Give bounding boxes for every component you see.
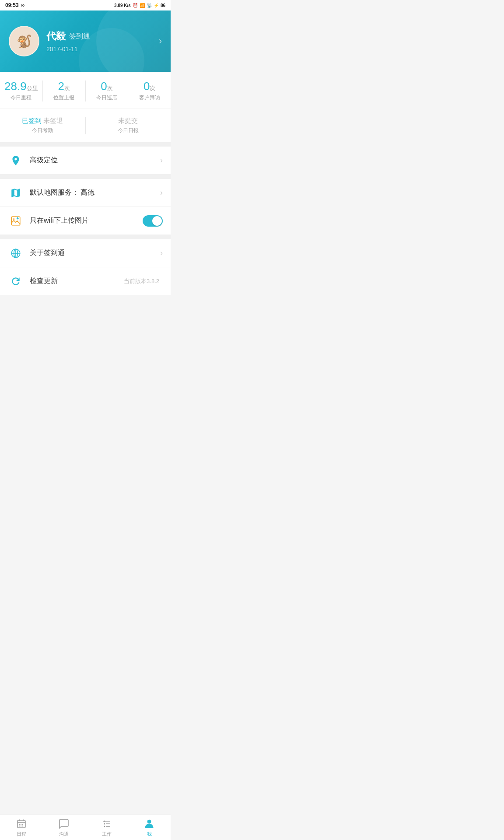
battery-icon: ⚡	[154, 3, 159, 8]
menu-wifi-upload-label: 只在wifi下上传图片	[30, 216, 143, 225]
menu-version-text: 当前版本3.8.2	[124, 277, 159, 285]
user-name: 代毅	[46, 30, 66, 43]
menu-item-map[interactable]: 默认地图服务： 高德 ›	[0, 179, 171, 207]
menu-map-label: 默认地图服务： 高德	[30, 188, 160, 197]
header-chevron-right-icon[interactable]: ›	[159, 35, 162, 47]
svg-rect-0	[11, 217, 20, 225]
menu-location-label: 高级定位	[30, 156, 160, 165]
bottom-padding	[0, 295, 171, 326]
stat-patrol-label: 今日巡店	[96, 94, 117, 102]
menu-section-3: 关于签到通 › 检查更新 当前版本3.8.2	[0, 239, 171, 295]
map-icon	[8, 185, 24, 201]
attendance-section: 已签到 未签退 今日考勤 未提交 今日日报	[0, 109, 171, 142]
report-status-label: 未提交	[118, 117, 138, 124]
stat-visit-label: 客户拜访	[139, 94, 160, 102]
globe-icon	[8, 245, 24, 261]
svg-point-1	[13, 218, 14, 220]
avatar: 🐒	[9, 26, 39, 56]
stat-visit-value: 0次	[144, 80, 155, 92]
stat-location-value: 2次	[58, 80, 70, 92]
stat-visit: 0次 客户拜访	[128, 80, 171, 102]
stat-patrol-unit: 次	[107, 85, 113, 91]
about-chevron-right-icon: ›	[160, 248, 163, 258]
signed-label: 已签到	[22, 117, 42, 124]
header-name-row: 代毅 签到通	[46, 30, 159, 43]
toggle-knob	[152, 216, 162, 226]
menu-item-update[interactable]: 检查更新 当前版本3.8.2	[0, 267, 171, 295]
stat-location-report: 2次 位置上报	[43, 80, 86, 102]
report-label: 今日日报	[118, 127, 139, 134]
section-divider-3	[0, 235, 171, 239]
stat-mileage: 28.9公里 今日里程	[0, 80, 43, 102]
header-info: 代毅 签到通 2017-01-11	[46, 30, 159, 52]
checkin-label: 今日考勤	[32, 127, 53, 134]
wifi-upload-toggle[interactable]	[143, 215, 163, 227]
wifi-upload-toggle-wrap	[143, 215, 163, 227]
status-left: 09:53 ∞	[5, 2, 24, 8]
stat-mileage-unit: 公里	[27, 85, 38, 91]
checkout-status: 未签退	[43, 117, 63, 124]
location-chevron-right-icon: ›	[160, 156, 163, 165]
menu-section-2: 默认地图服务： 高德 › 只在wifi下上传图片	[0, 179, 171, 235]
stat-mileage-label: 今日里程	[10, 94, 32, 102]
status-bar: 09:53 ∞ 3.89 K/s ⏰ 📶 📡 ⚡ 86	[0, 0, 171, 10]
wifi-icon: 📶	[140, 3, 145, 8]
stats-section: 28.9公里 今日里程 2次 位置上报 0次 今日巡店 0次 客户拜访	[0, 72, 171, 108]
menu-item-wifi-upload[interactable]: 只在wifi下上传图片	[0, 207, 171, 235]
header-banner[interactable]: 🐒 代毅 签到通 2017-01-11 ›	[0, 10, 171, 72]
section-divider-2	[0, 175, 171, 179]
network-speed: 3.89 K/s	[114, 3, 131, 8]
attendance-report: 未提交 今日日报	[86, 117, 171, 134]
attendance-checkin: 已签到 未签退 今日考勤	[0, 117, 86, 134]
menu-section-1: 高级定位 ›	[0, 147, 171, 175]
menu-item-location[interactable]: 高级定位 ›	[0, 147, 171, 175]
location-icon	[8, 153, 24, 168]
map-chevron-right-icon: ›	[160, 188, 163, 197]
header-date: 2017-01-11	[46, 46, 159, 52]
stat-patrol-value: 0次	[101, 80, 112, 92]
report-status: 未提交	[118, 117, 138, 125]
section-divider-1	[0, 142, 171, 147]
battery-level: 86	[161, 3, 165, 8]
infinity-icon: ∞	[21, 2, 25, 8]
menu-update-label: 检查更新	[30, 276, 124, 286]
stat-patrol: 0次 今日巡店	[86, 80, 129, 102]
status-time: 09:53	[5, 2, 19, 8]
clock-icon: ⏰	[133, 3, 138, 8]
menu-item-about[interactable]: 关于签到通 ›	[0, 239, 171, 267]
menu-about-label: 关于签到通	[30, 248, 160, 258]
stat-mileage-value: 28.9公里	[4, 80, 38, 92]
status-right: 3.89 K/s ⏰ 📶 📡 ⚡ 86	[114, 3, 165, 8]
stat-location-label: 位置上报	[53, 94, 74, 102]
stat-location-unit: 次	[64, 85, 70, 91]
app-name: 签到通	[69, 32, 90, 41]
image-upload-icon	[8, 213, 24, 229]
refresh-icon	[8, 273, 24, 289]
signal-icon: 📡	[147, 3, 152, 8]
checkin-status: 已签到 未签退	[22, 117, 63, 125]
stat-visit-unit: 次	[150, 85, 155, 91]
